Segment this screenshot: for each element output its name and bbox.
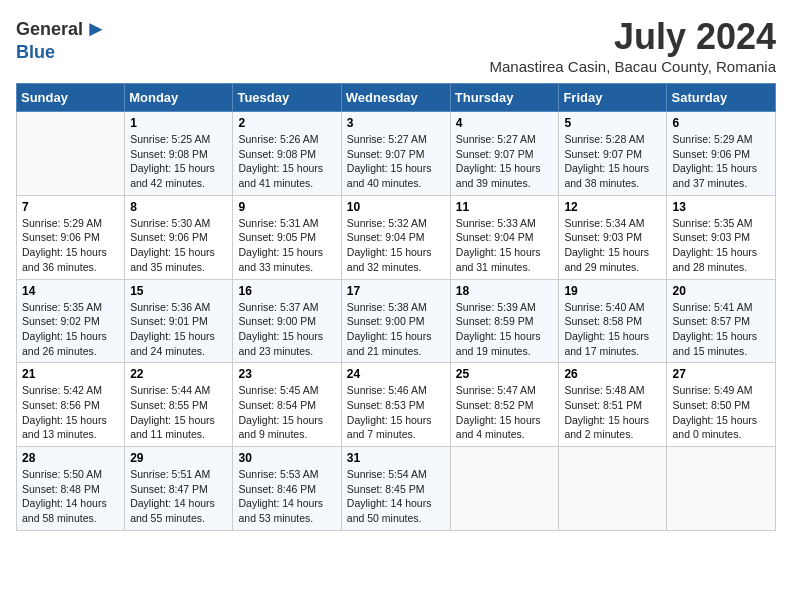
day-number: 8 — [130, 200, 227, 214]
day-info: Sunrise: 5:44 AM Sunset: 8:55 PM Dayligh… — [130, 383, 227, 442]
day-header-wednesday: Wednesday — [341, 84, 450, 112]
day-number: 31 — [347, 451, 445, 465]
day-number: 14 — [22, 284, 119, 298]
day-info: Sunrise: 5:35 AM Sunset: 9:03 PM Dayligh… — [672, 216, 770, 275]
calendar-cell: 10Sunrise: 5:32 AM Sunset: 9:04 PM Dayli… — [341, 195, 450, 279]
day-info: Sunrise: 5:49 AM Sunset: 8:50 PM Dayligh… — [672, 383, 770, 442]
calendar-cell: 31Sunrise: 5:54 AM Sunset: 8:45 PM Dayli… — [341, 447, 450, 531]
day-info: Sunrise: 5:40 AM Sunset: 8:58 PM Dayligh… — [564, 300, 661, 359]
calendar-cell: 25Sunrise: 5:47 AM Sunset: 8:52 PM Dayli… — [450, 363, 559, 447]
day-number: 16 — [238, 284, 335, 298]
calendar-cell: 23Sunrise: 5:45 AM Sunset: 8:54 PM Dayli… — [233, 363, 341, 447]
day-info: Sunrise: 5:34 AM Sunset: 9:03 PM Dayligh… — [564, 216, 661, 275]
day-info: Sunrise: 5:42 AM Sunset: 8:56 PM Dayligh… — [22, 383, 119, 442]
calendar-cell: 29Sunrise: 5:51 AM Sunset: 8:47 PM Dayli… — [125, 447, 233, 531]
day-number: 10 — [347, 200, 445, 214]
day-number: 28 — [22, 451, 119, 465]
month-title: July 2024 — [489, 16, 776, 58]
calendar-cell: 2Sunrise: 5:26 AM Sunset: 9:08 PM Daylig… — [233, 112, 341, 196]
calendar-cell: 7Sunrise: 5:29 AM Sunset: 9:06 PM Daylig… — [17, 195, 125, 279]
day-info: Sunrise: 5:50 AM Sunset: 8:48 PM Dayligh… — [22, 467, 119, 526]
title-area: July 2024 Manastirea Casin, Bacau County… — [489, 16, 776, 75]
calendar-cell — [450, 447, 559, 531]
day-number: 27 — [672, 367, 770, 381]
calendar-cell — [559, 447, 667, 531]
day-number: 17 — [347, 284, 445, 298]
calendar-cell — [17, 112, 125, 196]
calendar-cell — [667, 447, 776, 531]
day-info: Sunrise: 5:26 AM Sunset: 9:08 PM Dayligh… — [238, 132, 335, 191]
day-number: 15 — [130, 284, 227, 298]
day-info: Sunrise: 5:29 AM Sunset: 9:06 PM Dayligh… — [22, 216, 119, 275]
day-number: 6 — [672, 116, 770, 130]
day-info: Sunrise: 5:25 AM Sunset: 9:08 PM Dayligh… — [130, 132, 227, 191]
day-info: Sunrise: 5:33 AM Sunset: 9:04 PM Dayligh… — [456, 216, 554, 275]
calendar-cell: 22Sunrise: 5:44 AM Sunset: 8:55 PM Dayli… — [125, 363, 233, 447]
location-title: Manastirea Casin, Bacau County, Romania — [489, 58, 776, 75]
header: General ► Blue July 2024 Manastirea Casi… — [16, 16, 776, 75]
day-number: 21 — [22, 367, 119, 381]
day-info: Sunrise: 5:39 AM Sunset: 8:59 PM Dayligh… — [456, 300, 554, 359]
calendar-cell: 28Sunrise: 5:50 AM Sunset: 8:48 PM Dayli… — [17, 447, 125, 531]
day-info: Sunrise: 5:27 AM Sunset: 9:07 PM Dayligh… — [456, 132, 554, 191]
day-info: Sunrise: 5:51 AM Sunset: 8:47 PM Dayligh… — [130, 467, 227, 526]
day-number: 1 — [130, 116, 227, 130]
day-number: 11 — [456, 200, 554, 214]
day-number: 26 — [564, 367, 661, 381]
calendar-table: SundayMondayTuesdayWednesdayThursdayFrid… — [16, 83, 776, 531]
day-number: 25 — [456, 367, 554, 381]
day-number: 23 — [238, 367, 335, 381]
day-number: 19 — [564, 284, 661, 298]
day-info: Sunrise: 5:27 AM Sunset: 9:07 PM Dayligh… — [347, 132, 445, 191]
calendar-cell: 3Sunrise: 5:27 AM Sunset: 9:07 PM Daylig… — [341, 112, 450, 196]
calendar-cell: 1Sunrise: 5:25 AM Sunset: 9:08 PM Daylig… — [125, 112, 233, 196]
day-number: 3 — [347, 116, 445, 130]
calendar-cell: 24Sunrise: 5:46 AM Sunset: 8:53 PM Dayli… — [341, 363, 450, 447]
day-info: Sunrise: 5:29 AM Sunset: 9:06 PM Dayligh… — [672, 132, 770, 191]
logo-blue-text: Blue — [16, 42, 55, 63]
day-number: 4 — [456, 116, 554, 130]
logo-general-text: General — [16, 19, 83, 40]
calendar-cell: 5Sunrise: 5:28 AM Sunset: 9:07 PM Daylig… — [559, 112, 667, 196]
calendar-cell: 16Sunrise: 5:37 AM Sunset: 9:00 PM Dayli… — [233, 279, 341, 363]
day-header-saturday: Saturday — [667, 84, 776, 112]
day-number: 2 — [238, 116, 335, 130]
day-info: Sunrise: 5:41 AM Sunset: 8:57 PM Dayligh… — [672, 300, 770, 359]
calendar-cell: 12Sunrise: 5:34 AM Sunset: 9:03 PM Dayli… — [559, 195, 667, 279]
day-number: 5 — [564, 116, 661, 130]
day-header-monday: Monday — [125, 84, 233, 112]
day-number: 30 — [238, 451, 335, 465]
day-number: 13 — [672, 200, 770, 214]
day-info: Sunrise: 5:48 AM Sunset: 8:51 PM Dayligh… — [564, 383, 661, 442]
calendar-cell: 14Sunrise: 5:35 AM Sunset: 9:02 PM Dayli… — [17, 279, 125, 363]
day-header-tuesday: Tuesday — [233, 84, 341, 112]
day-number: 7 — [22, 200, 119, 214]
day-number: 22 — [130, 367, 227, 381]
calendar-cell: 20Sunrise: 5:41 AM Sunset: 8:57 PM Dayli… — [667, 279, 776, 363]
day-header-friday: Friday — [559, 84, 667, 112]
calendar-cell: 26Sunrise: 5:48 AM Sunset: 8:51 PM Dayli… — [559, 363, 667, 447]
day-info: Sunrise: 5:28 AM Sunset: 9:07 PM Dayligh… — [564, 132, 661, 191]
day-number: 18 — [456, 284, 554, 298]
logo: General ► Blue — [16, 16, 107, 63]
day-info: Sunrise: 5:54 AM Sunset: 8:45 PM Dayligh… — [347, 467, 445, 526]
day-header-sunday: Sunday — [17, 84, 125, 112]
day-number: 29 — [130, 451, 227, 465]
day-info: Sunrise: 5:46 AM Sunset: 8:53 PM Dayligh… — [347, 383, 445, 442]
day-info: Sunrise: 5:31 AM Sunset: 9:05 PM Dayligh… — [238, 216, 335, 275]
day-info: Sunrise: 5:47 AM Sunset: 8:52 PM Dayligh… — [456, 383, 554, 442]
day-number: 9 — [238, 200, 335, 214]
calendar-cell: 15Sunrise: 5:36 AM Sunset: 9:01 PM Dayli… — [125, 279, 233, 363]
calendar-cell: 9Sunrise: 5:31 AM Sunset: 9:05 PM Daylig… — [233, 195, 341, 279]
day-info: Sunrise: 5:32 AM Sunset: 9:04 PM Dayligh… — [347, 216, 445, 275]
day-info: Sunrise: 5:37 AM Sunset: 9:00 PM Dayligh… — [238, 300, 335, 359]
calendar-cell: 8Sunrise: 5:30 AM Sunset: 9:06 PM Daylig… — [125, 195, 233, 279]
calendar-cell: 19Sunrise: 5:40 AM Sunset: 8:58 PM Dayli… — [559, 279, 667, 363]
day-info: Sunrise: 5:30 AM Sunset: 9:06 PM Dayligh… — [130, 216, 227, 275]
calendar-cell: 18Sunrise: 5:39 AM Sunset: 8:59 PM Dayli… — [450, 279, 559, 363]
calendar-cell: 21Sunrise: 5:42 AM Sunset: 8:56 PM Dayli… — [17, 363, 125, 447]
day-number: 24 — [347, 367, 445, 381]
day-header-thursday: Thursday — [450, 84, 559, 112]
calendar-cell: 4Sunrise: 5:27 AM Sunset: 9:07 PM Daylig… — [450, 112, 559, 196]
day-number: 20 — [672, 284, 770, 298]
